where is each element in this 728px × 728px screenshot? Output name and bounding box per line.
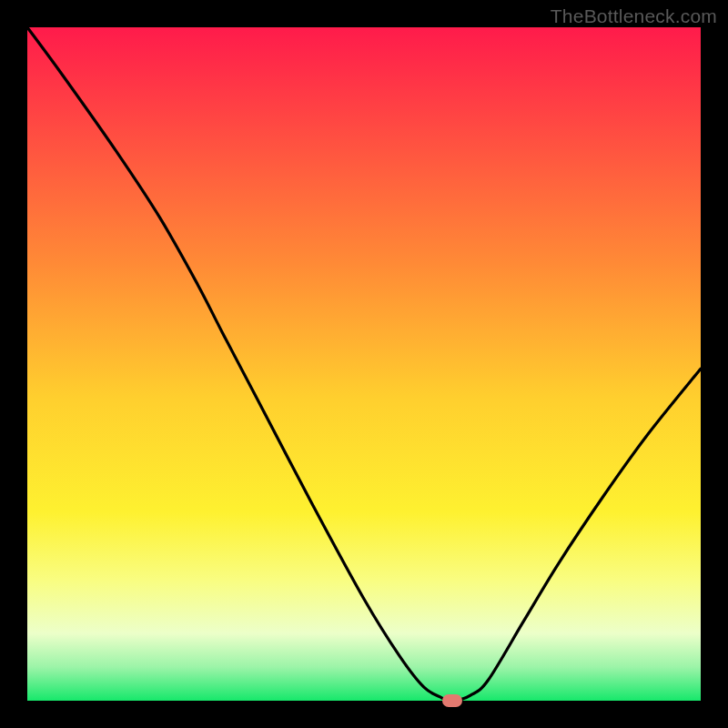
optimum-marker	[442, 694, 462, 707]
chart-svg	[0, 0, 728, 728]
watermark-text: TheBottleneck.com	[551, 5, 717, 27]
chart: TheBottleneck.com	[0, 0, 728, 728]
